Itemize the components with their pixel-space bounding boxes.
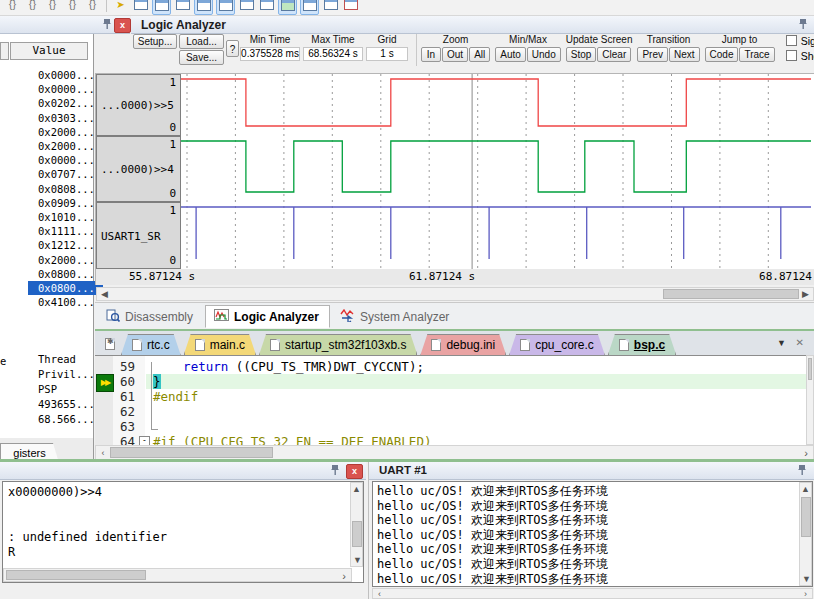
symbols-window-icon[interactable] — [174, 0, 191, 13]
prev-button[interactable]: Prev — [637, 47, 668, 62]
code-line[interactable]: 59 return ((CPU_TS_TMR)DWT_CYCCNT); — [95, 359, 806, 374]
tab-system-analyzer[interactable]: System Analyzer — [332, 306, 459, 328]
code-button[interactable]: Code — [705, 47, 739, 62]
step-over-icon[interactable]: {} — [24, 0, 41, 13]
editor-tab-startup-stm32f103xb-s[interactable]: startup_stm32f103xb.s — [259, 334, 417, 355]
logic-analyzer-icon — [214, 309, 229, 324]
disassembly-window-icon[interactable] — [152, 0, 171, 15]
waveform-channel-label[interactable]: 10...0000)>>4 — [96, 136, 181, 202]
editor-tab-rtc-c[interactable]: rtc.c — [121, 334, 181, 355]
run-to-cursor-icon[interactable]: {} — [64, 0, 81, 13]
file-modified-icon[interactable]: ✱ — [105, 338, 115, 350]
save-button[interactable]: Save... — [179, 50, 224, 65]
registers-window-icon[interactable] — [194, 0, 213, 15]
code-line[interactable]: 63 — [95, 419, 806, 434]
scroll-left-icon[interactable]: ‹ — [374, 588, 385, 599]
scroll-left-icon[interactable]: ‹ — [97, 447, 109, 459]
scrollbar-thumb[interactable] — [110, 447, 273, 458]
in-button[interactable]: In — [421, 47, 441, 62]
scroll-right-icon[interactable]: › — [338, 570, 350, 582]
editor-tab-debug-ini[interactable]: debug.ini — [420, 334, 506, 355]
scrollbar-thumb[interactable] — [6, 570, 146, 580]
scroll-down-icon[interactable]: ▼ — [800, 573, 813, 585]
scroll-up-icon[interactable]: ▲ — [800, 483, 811, 495]
out-button[interactable]: Out — [442, 47, 468, 62]
tab-list-dropdown-icon[interactable]: ▼ — [777, 338, 786, 348]
setup-button[interactable]: Setup... — [133, 34, 177, 49]
name-column-header[interactable] — [0, 42, 9, 60]
close-icon[interactable]: x — [346, 464, 363, 479]
waveform-channel-label[interactable]: 10USART1_SR — [96, 202, 181, 269]
watch-window-icon[interactable] — [216, 0, 235, 15]
load-button[interactable]: Load... — [179, 34, 224, 49]
help-button[interactable]: ? — [226, 40, 239, 57]
command-vscrollbar[interactable]: ▲ ▼ — [350, 482, 363, 567]
pin-icon[interactable] — [797, 464, 807, 478]
command-panel-titlebar: x — [0, 462, 366, 480]
editor-hscrollbar[interactable]: ‹ › — [95, 445, 814, 460]
toolbox-icon[interactable] — [342, 0, 359, 13]
group-min-max: Min/MaxAutoUndo — [495, 34, 560, 62]
waveform-hscrollbar[interactable]: ◀ ▶ — [96, 287, 814, 301]
level-1-label: 1 — [169, 138, 176, 151]
tab-logic-analyzer[interactable]: Logic Analyzer — [205, 305, 330, 328]
tab-close-icon[interactable]: ✕ — [796, 337, 804, 348]
checkbox-signal-info[interactable]: Signal Info — [786, 35, 814, 47]
command-output[interactable]: x00000000)>>4 : undefined identifierR ▲ … — [2, 481, 364, 583]
stop-button[interactable]: Stop — [566, 47, 597, 62]
level-0-label: 0 — [169, 254, 176, 267]
code-area[interactable]: ▶▶ 59 return ((CPU_TS_TMR)DWT_CYCCNT);60… — [95, 355, 806, 446]
serial-window-icon[interactable] — [258, 0, 275, 13]
keil-uvision-debug-view: { "toolbar": { "icons": ["step-into-icon… — [0, 0, 814, 599]
step-into-icon[interactable]: {} — [4, 0, 21, 13]
checkbox-show-cycles[interactable]: Show Cycles — [786, 50, 814, 62]
scroll-right-icon[interactable]: › — [800, 588, 811, 599]
command-window-icon[interactable] — [132, 0, 149, 13]
tab-label: main.c — [210, 338, 245, 352]
waveform-plot[interactable] — [181, 74, 811, 269]
scroll-left-icon[interactable]: ◀ — [98, 288, 111, 300]
trace-window-icon[interactable] — [300, 0, 319, 15]
command-hscrollbar[interactable]: › — [3, 568, 352, 582]
system-viewer-icon[interactable] — [322, 0, 339, 13]
editor-tab-cpu-core-c[interactable]: cpu_core.c — [509, 334, 605, 355]
next-button[interactable]: Next — [669, 47, 700, 62]
pin-icon[interactable] — [798, 18, 808, 32]
code-line[interactable]: 61#endif — [95, 389, 806, 404]
trace-button[interactable]: Trace — [739, 47, 774, 62]
uart-output[interactable]: hello uc/OS! 欢迎来到RTOS多任务环境hello uc/OS! 欢… — [372, 481, 813, 587]
table-row[interactable]: 0x0800... — [28, 281, 103, 295]
code-line[interactable]: 62 — [95, 404, 806, 419]
document-icon — [619, 339, 629, 351]
undo-button[interactable]: Undo — [527, 47, 561, 62]
uart-hscrollbar[interactable]: ‹ › — [372, 588, 813, 599]
pin-icon[interactable] — [102, 18, 112, 32]
pin-icon[interactable] — [330, 464, 340, 478]
scroll-up-icon[interactable]: ▲ — [351, 483, 362, 495]
value-column-header[interactable]: Value — [10, 42, 88, 60]
editor-tab-bsp-c[interactable]: bsp.c — [608, 334, 676, 355]
editor-tab-main-c[interactable]: main.c — [184, 334, 256, 355]
scroll-right-icon[interactable]: ▶ — [799, 288, 812, 300]
level-1-label: 1 — [169, 204, 176, 217]
scrollbar-thumb[interactable] — [663, 289, 799, 299]
checkbox-icon[interactable] — [786, 50, 797, 61]
clear-button[interactable]: Clear — [597, 47, 631, 62]
uart-vscrollbar[interactable]: ▲ ▼ — [799, 482, 812, 586]
tab-disassembly[interactable]: Disassembly — [98, 306, 203, 328]
logic-analyzer-title: Logic Analyzer — [131, 16, 814, 32]
all-button[interactable]: All — [469, 47, 490, 62]
memory-window-icon[interactable] — [238, 0, 255, 13]
code-line[interactable]: 60} — [95, 374, 806, 389]
step-out-icon[interactable]: {} — [44, 0, 61, 13]
stop-icon[interactable]: {} — [84, 0, 101, 13]
scroll-right-icon[interactable]: › — [800, 447, 812, 459]
waveform-channel-label[interactable]: 10...0000)>>5 — [96, 74, 181, 136]
close-icon[interactable]: x — [114, 18, 131, 33]
editor-vscrollbar[interactable] — [806, 355, 814, 445]
analysis-window-icon[interactable] — [278, 0, 297, 15]
auto-button[interactable]: Auto — [495, 47, 526, 62]
scroll-down-icon[interactable]: ▼ — [351, 554, 364, 566]
run-icon[interactable]: ➤ — [112, 0, 129, 13]
checkbox-icon[interactable] — [786, 35, 797, 46]
